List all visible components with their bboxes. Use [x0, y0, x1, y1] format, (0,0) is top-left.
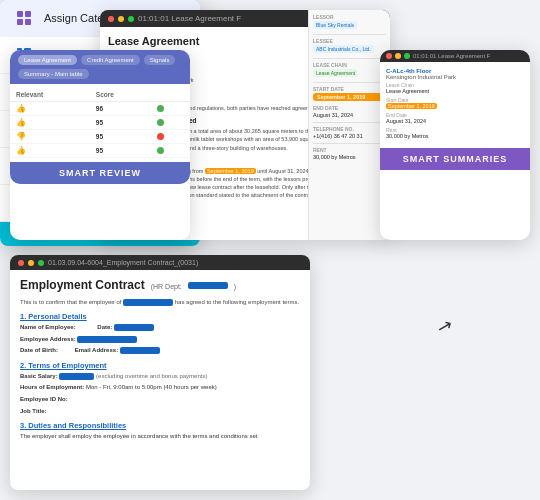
ec-section3-text: The employer shall employ the employee i…: [20, 432, 300, 442]
sidebar-tel-section: Telephone No. +1(416) 36 47 20 31: [313, 126, 386, 139]
ss-company: C-ALc-4th Floor Kensington Industrial Pa…: [386, 68, 524, 80]
ec-intro: This is to confirm that the employee of …: [20, 298, 300, 307]
ec-section1-title: 1. Personal Details: [20, 312, 300, 321]
dot-red: [108, 16, 114, 22]
sr-tag-lease[interactable]: Lease Agreement: [18, 55, 77, 65]
svg-rect-0: [17, 11, 23, 17]
sr-table-row: 👍 95: [10, 144, 190, 158]
ec-address-row: Employee Address:: [20, 335, 300, 345]
sidebar-end-date-value: August 31, 2024: [313, 112, 386, 118]
sr-score-1: 95: [90, 116, 151, 130]
thumb-icon-2: 👎: [16, 132, 26, 141]
sidebar-lessee-section: Lessee ABC Industrials Co., Ltd.: [313, 38, 386, 54]
ss-body: C-ALc-4th Floor Kensington Industrial Pa…: [380, 62, 530, 148]
sr-score-0: 96: [90, 102, 151, 116]
ss-dot-yellow: [395, 53, 401, 59]
svg-rect-2: [17, 19, 23, 25]
ec-dot-green: [38, 260, 44, 266]
sidebar-end-date-label: End Date: [313, 105, 386, 111]
thumb-icon-1: 👍: [16, 118, 26, 127]
sidebar-start-date-section: Start Date September 1, 2019: [313, 86, 386, 101]
sidebar-tel-value: +1(416) 36 47 20 31: [313, 133, 386, 139]
svg-rect-1: [25, 11, 31, 17]
smart-review-table-container: Relevant Score 👍 96 👍 95: [10, 84, 190, 162]
sidebar-rent-label: Rent: [313, 147, 386, 153]
sidebar-divider1: [313, 34, 386, 35]
score-indicator-1: [157, 119, 164, 126]
sr-tag-signals[interactable]: Signals: [144, 55, 176, 65]
ec-dept-field: [188, 282, 228, 289]
ec-hours-row: Hours of Employment: Mon - Fri, 9:00am t…: [20, 383, 300, 393]
smart-review-card: Lease Agreement Credit Agreement Signals…: [10, 50, 190, 240]
dot-green: [128, 16, 134, 22]
sidebar-rent-section: Rent 30,000 by Metros: [313, 147, 386, 160]
sr-thumb-1: 👍: [10, 116, 90, 130]
col-indicator: [151, 88, 190, 102]
ec-email-field: [120, 347, 160, 354]
thumb-icon-0: 👍: [16, 104, 26, 113]
sidebar-divider4: [313, 122, 386, 123]
ec-salary-row: Basic Salary: (excluding overtime and bo…: [20, 372, 300, 382]
sr-tag-credit[interactable]: Credit Agreement: [81, 55, 140, 65]
ss-dot-green: [404, 53, 410, 59]
sidebar-lessee-value: ABC Industrials Co., Ltd.: [313, 45, 374, 53]
ec-titlebar-text: 01.03.09.04-6004_Employment Contract_(00…: [48, 259, 198, 266]
ss-end-date: End Date August 31, 2024: [386, 112, 524, 124]
sidebar-lessor-label: Lessor: [313, 14, 386, 20]
sr-dot-3: [151, 144, 190, 158]
ec-dot-red: [18, 260, 24, 266]
ec-dept: (HR Dept:: [151, 283, 182, 290]
ec-jobtitle-row: Job Title:: [20, 407, 300, 417]
ec-name-row: Name of Employee: Date:: [20, 323, 300, 333]
ec-dob-row: Date of Birth: Email Address:: [20, 346, 300, 356]
sidebar-divider5: [313, 143, 386, 144]
smart-review-table: Relevant Score 👍 96 👍 95: [10, 88, 190, 158]
ec-address-field: [77, 336, 137, 343]
lease-titlebar-text: 01:01:01 Lease Agreement F: [138, 14, 241, 23]
sidebar-end-date-section: End Date August 31, 2024: [313, 105, 386, 118]
col-relevant: Relevant: [10, 88, 90, 102]
ec-salary-field: [59, 373, 94, 380]
sidebar-lease-chain-label: Lease Chain: [313, 62, 386, 68]
employment-contract-card: 01.03.09.04-6004_Employment Contract_(00…: [10, 255, 310, 490]
score-indicator-2: [157, 133, 164, 140]
ss-dot-red: [386, 53, 392, 59]
sr-thumb-0: 👍: [10, 102, 90, 116]
sidebar-divider2: [313, 58, 386, 59]
cursor-arrow: ↗: [434, 313, 454, 338]
sr-dot-1: [151, 116, 190, 130]
ec-dept-close: ): [234, 283, 236, 290]
ec-titlebar: 01.03.09.04-6004_Employment Contract_(00…: [10, 255, 310, 270]
smart-summaries-footer: SMART SUMMARIES: [380, 148, 530, 170]
ec-id-row: Employee ID No:: [20, 395, 300, 405]
dot-yellow: [118, 16, 124, 22]
sr-tag-summary[interactable]: Summary - Main table: [18, 69, 89, 79]
smart-review-footer: SMART REVIEW: [10, 162, 190, 184]
sr-table-row: 👍 95: [10, 116, 190, 130]
ss-company-sub: Kensington Industrial Park: [386, 74, 456, 80]
sidebar-lessor-value: Blue Sky Rentals: [313, 21, 357, 29]
ec-date-field: [114, 324, 154, 331]
sr-table-row: 👍 96: [10, 102, 190, 116]
sr-thumb-3: 👍: [10, 144, 90, 158]
smart-review-header: Lease Agreement Credit Agreement Signals…: [10, 50, 190, 84]
sr-score-3: 95: [90, 144, 151, 158]
ec-employee-name-field: [123, 299, 173, 306]
ss-titlebar: 01:01:01 Lease Agreement F: [380, 50, 530, 62]
ec-dot-yellow: [28, 260, 34, 266]
score-indicator-3: [157, 147, 164, 154]
sr-dot-2: [151, 130, 190, 144]
sidebar-rent-value: 30,000 by Metros: [313, 154, 386, 160]
ss-rent: Rent 30,000 by Metros: [386, 127, 524, 139]
lease-sidebar: Lessor Blue Sky Rentals Lessee ABC Indus…: [308, 10, 390, 240]
smart-summaries-card: 01:01:01 Lease Agreement F C-ALc-4th Flo…: [380, 50, 530, 240]
ec-body: Employment Contract (HR Dept: ) This is …: [10, 270, 310, 452]
ss-start-date-value: September 1, 2019: [386, 103, 437, 109]
sidebar-lessor-section: Lessor Blue Sky Rentals: [313, 14, 386, 30]
thumb-icon-3: 👍: [16, 146, 26, 155]
ss-titlebar-text: 01:01:01 Lease Agreement F: [413, 53, 490, 59]
sr-thumb-2: 👎: [10, 130, 90, 144]
sidebar-lease-chain-section: Lease Chain Lease Agreement: [313, 62, 386, 78]
ss-lease-chain: Lease Chain Lease Agreement: [386, 82, 524, 94]
ec-section2-title: 2. Terms of Employment: [20, 361, 300, 370]
